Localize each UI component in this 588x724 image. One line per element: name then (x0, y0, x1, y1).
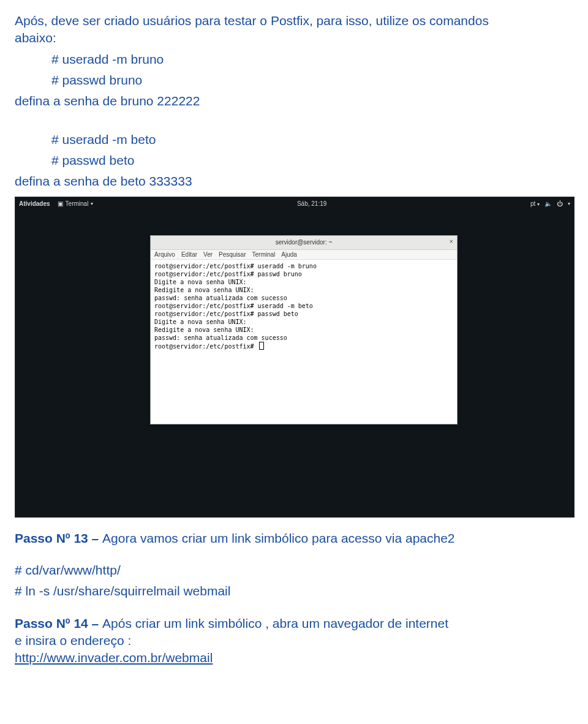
panel-center: Sáb, 21:19 (297, 200, 326, 207)
term-line: root@servidor:/etc/postfix# (154, 343, 258, 350)
step-14-title: Passo Nº 14 – (15, 616, 102, 630)
command-ln: # ln -s /usr/share/squirrelmail webmail (15, 583, 573, 600)
gnome-desktop: servidor@servidor: ~ × Arquivo Editar Ve… (15, 211, 574, 517)
command-cd: # cd/var/www/http/ (15, 562, 573, 579)
panel-clock[interactable]: Sáb, 21:19 (297, 200, 326, 207)
chevron-down-icon: ▾ (91, 201, 93, 206)
term-line: root@servidor:/etc/postfix# useradd -m b… (154, 263, 317, 270)
term-line: root@servidor:/etc/postfix# useradd -m b… (154, 303, 313, 309)
panel-app-name: Terminal (66, 200, 89, 207)
term-line: root@servidor:/etc/postfix# passwd bruno (154, 271, 302, 277)
menu-editar[interactable]: Editar (181, 251, 197, 258)
command-passwd-bruno: # passwd bruno (51, 72, 573, 89)
panel-lang: pt ▾ (530, 200, 540, 207)
command-useradd-bruno: # useradd -m bruno (51, 51, 573, 68)
terminal-menubar[interactable]: Arquivo Editar Ver Pesquisar Terminal Aj… (151, 250, 457, 260)
spacer (15, 114, 573, 131)
command-passwd-beto: # passwd beto (51, 152, 573, 169)
gnome-screenshot: Atividades ▣ Terminal ▾ Sáb, 21:19 pt ▾ … (15, 197, 575, 518)
terminal-window[interactable]: servidor@servidor: ~ × Arquivo Editar Ve… (150, 235, 458, 424)
panel-left: Atividades ▣ Terminal ▾ (19, 200, 93, 207)
step-14-url[interactable]: http://www.invader.com.br/webmail (15, 650, 213, 665)
power-icon: ⏻ (557, 200, 563, 207)
gnome-top-panel: Atividades ▣ Terminal ▾ Sáb, 21:19 pt ▾ … (15, 197, 574, 211)
step-13-title: Passo Nº 13 – (15, 531, 102, 545)
term-line: root@servidor:/etc/postfix# passwd beto (154, 311, 298, 317)
terminal-output[interactable]: root@servidor:/etc/postfix# useradd -m b… (151, 260, 457, 424)
panel-right[interactable]: pt ▾ 🔈 ⏻ ▾ (530, 200, 570, 207)
panel-activities[interactable]: Atividades (19, 200, 50, 207)
intro-line2: abaixo: (15, 31, 56, 45)
term-line: Digite a nova senha UNIX: (154, 319, 247, 325)
chevron-down-icon: ▾ (537, 202, 540, 207)
menu-ver[interactable]: Ver (203, 251, 213, 258)
define-senha-beto: defina a senha de beto 333333 (15, 173, 573, 190)
menu-ajuda[interactable]: Ajuda (281, 251, 297, 258)
menu-terminal[interactable]: Terminal (252, 251, 276, 258)
define-senha-bruno: defina a senha de bruno 222222 (15, 92, 573, 110)
step-13: Passo Nº 13 – Agora vamos criar um link … (15, 530, 573, 547)
term-line: Digite a nova senha UNIX: (154, 279, 247, 285)
command-useradd-beto: # useradd -m beto (51, 131, 573, 148)
intro-line1: Após, deve ser criado usuários para test… (15, 13, 489, 28)
term-line: passwd: senha atualizada com sucesso (154, 295, 287, 301)
spacer (15, 604, 573, 615)
term-line: Redigite a nova senha UNIX: (154, 287, 254, 293)
terminal-title: servidor@servidor: ~ (276, 239, 333, 246)
panel-app-menu[interactable]: ▣ Terminal ▾ (58, 200, 94, 207)
spacer (15, 551, 573, 562)
term-line: passwd: senha atualizada com sucesso (154, 334, 287, 341)
menu-arquivo[interactable]: Arquivo (154, 251, 175, 258)
document-page: Após, deve ser criado usuários para test… (0, 0, 588, 695)
step-14-text-2: e insira o endereço : (15, 633, 131, 647)
terminal-titlebar[interactable]: servidor@servidor: ~ × (151, 236, 457, 250)
terminal-cursor (259, 342, 264, 350)
step-14: Passo Nº 14 – Após criar um link simbóli… (15, 615, 573, 667)
volume-icon: 🔈 (545, 200, 552, 207)
chevron-down-icon: ▾ (568, 201, 570, 206)
step-13-text: Agora vamos criar um link simbólico para… (102, 531, 454, 545)
intro-paragraph: Após, deve ser criado usuários para test… (15, 12, 573, 47)
term-line: Redigite a nova senha UNIX: (154, 326, 254, 333)
close-icon[interactable]: × (450, 238, 453, 245)
menu-pesquisar[interactable]: Pesquisar (219, 251, 246, 258)
step-14-text-1: Após criar um link simbólico , abra um n… (102, 616, 448, 630)
terminal-icon: ▣ (58, 200, 63, 207)
